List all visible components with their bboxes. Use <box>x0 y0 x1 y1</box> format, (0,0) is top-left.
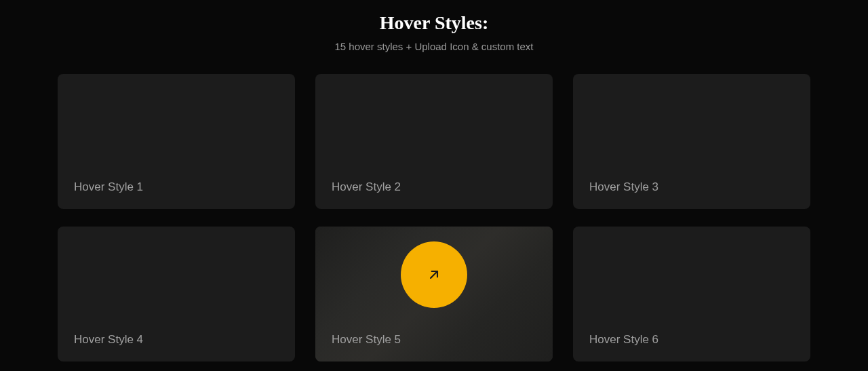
hover-style-card-3[interactable]: Hover Style 3 <box>573 74 810 209</box>
svg-line-0 <box>431 271 437 278</box>
card-label: Hover Style 6 <box>589 333 658 347</box>
section-header: Hover Styles: 15 hover styles + Upload I… <box>58 12 810 52</box>
card-label: Hover Style 4 <box>74 333 143 347</box>
card-label: Hover Style 2 <box>332 180 401 194</box>
section-subtitle: 15 hover styles + Upload Icon & custom t… <box>58 41 810 52</box>
card-label: Hover Style 3 <box>589 180 658 194</box>
hover-style-card-5[interactable]: Hover Style 5 <box>315 227 553 362</box>
card-label: Hover Style 1 <box>74 180 143 194</box>
card-label: Hover Style 5 <box>332 333 401 347</box>
hover-style-card-2[interactable]: Hover Style 2 <box>315 74 553 209</box>
hover-style-card-6[interactable]: Hover Style 6 <box>573 227 810 362</box>
cards-grid: Hover Style 1 Hover Style 2 Hover Style … <box>58 74 810 362</box>
page-container: Hover Styles: 15 hover styles + Upload I… <box>58 0 810 362</box>
hover-style-card-1[interactable]: Hover Style 1 <box>58 74 295 209</box>
hover-style-card-4[interactable]: Hover Style 4 <box>58 227 295 362</box>
arrow-up-right-icon[interactable] <box>401 241 467 308</box>
section-title: Hover Styles: <box>58 12 810 34</box>
